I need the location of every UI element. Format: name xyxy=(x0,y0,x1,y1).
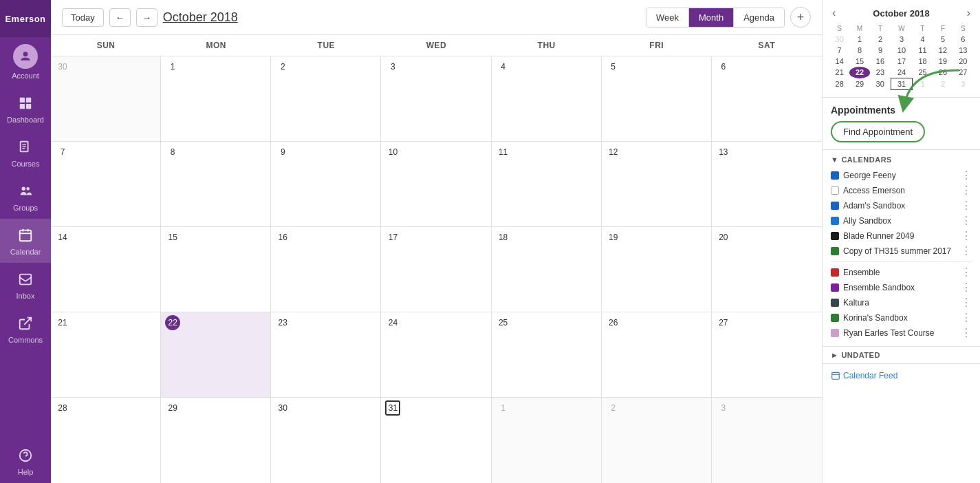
calendar-item-menu-6[interactable]: ⋮ xyxy=(961,267,972,278)
calendar-cell-3-1[interactable]: 14 xyxy=(51,227,161,312)
mini-next-button[interactable]: › xyxy=(964,7,973,19)
mini-cal-date-2-5[interactable]: 19 xyxy=(933,56,952,67)
calendar-cell-1-3[interactable]: 2 xyxy=(271,56,381,141)
mini-cal-date-2-4[interactable]: 18 xyxy=(913,56,933,67)
sidebar-item-dashboard[interactable]: Dashboard xyxy=(0,87,51,131)
undated-header[interactable]: ► UNDATED xyxy=(831,351,972,359)
calendar-cell-4-5[interactable]: 25 xyxy=(492,312,602,397)
sidebar-item-calendar[interactable]: Calendar xyxy=(0,219,51,263)
sidebar-item-commons[interactable]: Commons xyxy=(0,307,51,351)
calendar-cell-1-5[interactable]: 4 xyxy=(492,56,602,141)
calendar-cell-2-1[interactable]: 7 xyxy=(51,142,161,226)
calendar-feed-link[interactable]: Calendar Feed xyxy=(831,371,972,380)
next-button[interactable]: → xyxy=(136,8,157,27)
calendar-item-4[interactable]: Blade Runner 2049⋮ xyxy=(831,228,972,244)
calendar-cell-2-3[interactable]: 9 xyxy=(271,142,381,226)
sidebar-item-help[interactable]: Help xyxy=(0,439,51,483)
mini-cal-date-0-2[interactable]: 2 xyxy=(870,34,891,45)
calendar-cell-2-5[interactable]: 11 xyxy=(492,142,602,226)
calendar-item-8[interactable]: Kaltura⋮ xyxy=(831,295,972,310)
mini-cal-date-0-5[interactable]: 5 xyxy=(933,34,952,45)
calendar-cell-1-1[interactable]: 30 xyxy=(51,56,161,141)
mini-cal-date-3-5[interactable]: 26 xyxy=(933,67,952,78)
mini-cal-date-3-3[interactable]: 24 xyxy=(891,67,913,78)
calendar-cell-3-3[interactable]: 16 xyxy=(271,227,381,312)
prev-button[interactable]: ← xyxy=(109,8,131,27)
mini-cal-date-3-4[interactable]: 25 xyxy=(913,67,933,78)
mini-cal-date-4-2[interactable]: 30 xyxy=(870,78,891,90)
calendars-header[interactable]: ▼ CALENDARS xyxy=(831,155,972,164)
calendar-item-10[interactable]: Ryan Earles Test Course⋮ xyxy=(831,325,972,341)
calendar-item-menu-9[interactable]: ⋮ xyxy=(961,312,972,323)
add-event-button[interactable]: + xyxy=(790,7,811,28)
calendar-cell-4-2[interactable]: 22 xyxy=(161,312,271,397)
mini-cal-date-1-5[interactable]: 12 xyxy=(933,45,952,56)
calendar-item-6[interactable]: Ensemble⋮ xyxy=(831,265,972,280)
calendar-cell-3-6[interactable]: 19 xyxy=(602,227,712,312)
calendar-item-3[interactable]: Ally Sandbox⋮ xyxy=(831,213,972,228)
calendar-cell-5-6[interactable]: 2 xyxy=(602,398,712,483)
mini-cal-date-2-2[interactable]: 16 xyxy=(870,56,891,67)
mini-cal-date-0-3[interactable]: 3 xyxy=(891,34,913,45)
calendar-cell-5-2[interactable]: 29 xyxy=(161,398,271,483)
calendar-cell-1-6[interactable]: 5 xyxy=(602,56,712,141)
mini-cal-date-3-0[interactable]: 21 xyxy=(829,67,849,78)
calendar-cell-3-5[interactable]: 18 xyxy=(492,227,602,312)
calendar-cell-5-5[interactable]: 1 xyxy=(492,398,602,483)
calendar-cell-2-4[interactable]: 10 xyxy=(381,142,491,226)
month-view-button[interactable]: Month xyxy=(689,8,734,27)
calendar-cell-4-6[interactable]: 26 xyxy=(602,312,712,397)
mini-cal-date-4-5[interactable]: 2 xyxy=(933,78,952,90)
calendar-item-menu-8[interactable]: ⋮ xyxy=(961,297,972,308)
sidebar-item-courses[interactable]: Courses xyxy=(0,131,51,175)
calendar-item-menu-2[interactable]: ⋮ xyxy=(961,200,972,211)
calendar-cell-1-2[interactable]: 1 xyxy=(161,56,271,141)
mini-cal-date-2-6[interactable]: 20 xyxy=(953,56,973,67)
calendar-cell-5-3[interactable]: 30 xyxy=(271,398,381,483)
mini-cal-date-4-4[interactable]: 1 xyxy=(913,78,933,90)
calendar-item-2[interactable]: Adam's Sandbox⋮ xyxy=(831,198,972,213)
calendar-cell-5-4[interactable]: 31 xyxy=(381,398,491,483)
mini-cal-date-1-1[interactable]: 8 xyxy=(849,45,869,56)
mini-cal-date-1-3[interactable]: 10 xyxy=(891,45,913,56)
mini-cal-date-1-0[interactable]: 7 xyxy=(829,45,849,56)
calendar-item-menu-5[interactable]: ⋮ xyxy=(961,246,972,257)
mini-cal-date-2-3[interactable]: 17 xyxy=(891,56,913,67)
today-button[interactable]: Today xyxy=(62,8,104,27)
week-view-button[interactable]: Week xyxy=(646,8,689,27)
calendar-cell-4-7[interactable]: 27 xyxy=(712,312,822,397)
calendar-cell-3-7[interactable]: 20 xyxy=(712,227,822,312)
mini-cal-date-1-2[interactable]: 9 xyxy=(870,45,891,56)
calendar-cell-1-4[interactable]: 3 xyxy=(381,56,491,141)
mini-cal-date-3-6[interactable]: 27 xyxy=(953,67,973,78)
sidebar-item-account[interactable]: Account xyxy=(0,37,51,87)
mini-cal-date-0-1[interactable]: 1 xyxy=(849,34,869,45)
agenda-view-button[interactable]: Agenda xyxy=(734,8,784,27)
calendar-item-menu-4[interactable]: ⋮ xyxy=(961,230,972,242)
mini-prev-button[interactable]: ‹ xyxy=(829,7,838,19)
calendar-item-1[interactable]: Access Emerson⋮ xyxy=(831,183,972,198)
sidebar-item-groups[interactable]: Groups xyxy=(0,175,51,219)
calendar-cell-2-7[interactable]: 13 xyxy=(712,142,822,226)
mini-cal-date-0-4[interactable]: 4 xyxy=(913,34,933,45)
calendar-item-menu-3[interactable]: ⋮ xyxy=(961,215,972,226)
mini-cal-date-3-1[interactable]: 22 xyxy=(849,67,869,78)
calendar-item-0[interactable]: George Feeny⋮ xyxy=(831,168,972,183)
mini-cal-date-4-6[interactable]: 3 xyxy=(953,78,973,90)
mini-cal-date-2-0[interactable]: 14 xyxy=(829,56,849,67)
calendar-item-menu-0[interactable]: ⋮ xyxy=(961,170,972,181)
calendar-item-5[interactable]: Copy of TH315 summer 2017⋮ xyxy=(831,244,972,259)
calendar-cell-1-7[interactable]: 6 xyxy=(712,56,822,141)
mini-cal-date-4-3[interactable]: 31 xyxy=(891,78,913,90)
calendar-cell-5-7[interactable]: 3 xyxy=(712,398,822,483)
mini-cal-date-0-6[interactable]: 6 xyxy=(953,34,973,45)
sidebar-item-inbox[interactable]: Inbox xyxy=(0,263,51,307)
mini-cal-date-2-1[interactable]: 15 xyxy=(849,56,869,67)
calendar-cell-4-1[interactable]: 21 xyxy=(51,312,161,397)
calendar-cell-3-4[interactable]: 17 xyxy=(381,227,491,312)
calendar-cell-2-6[interactable]: 12 xyxy=(602,142,712,226)
mini-cal-date-3-2[interactable]: 23 xyxy=(870,67,891,78)
calendar-item-menu-1[interactable]: ⋮ xyxy=(961,185,972,196)
mini-cal-date-1-6[interactable]: 13 xyxy=(953,45,973,56)
mini-cal-date-4-1[interactable]: 29 xyxy=(849,78,869,90)
